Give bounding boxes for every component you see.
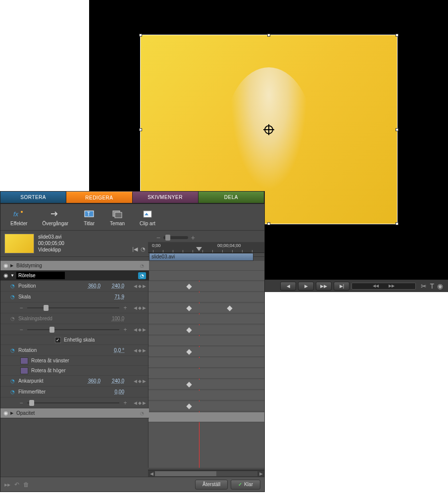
- expand-icon[interactable]: ▶: [10, 411, 16, 415]
- themes-button[interactable]: Teman: [110, 209, 125, 226]
- add-kf-icon[interactable]: ◆: [138, 327, 142, 332]
- keyframe-toggle-icon[interactable]: ◔: [10, 378, 18, 384]
- uniform-scale-checkbox[interactable]: ✓: [55, 337, 61, 343]
- anchor-x-value[interactable]: 360,0: [81, 378, 100, 384]
- stopwatch-icon[interactable]: ◔: [138, 272, 146, 279]
- resize-handle-tl[interactable]: [139, 34, 142, 37]
- position-y-value[interactable]: 240,0: [104, 283, 124, 289]
- minus-icon[interactable]: −: [18, 304, 24, 311]
- next-kf-icon[interactable]: ▶: [143, 305, 146, 310]
- resize-handle-br[interactable]: [396, 222, 398, 225]
- section-rorelse[interactable]: ◉ ▼ Rörelse ◔: [0, 271, 149, 281]
- tab-dela[interactable]: DELA: [199, 192, 264, 203]
- zoom-out-icon[interactable]: −: [156, 234, 160, 242]
- next-kf-icon[interactable]: ▶: [143, 400, 146, 405]
- transitions-button[interactable]: Övergångar: [42, 209, 68, 226]
- minus-icon[interactable]: −: [18, 399, 24, 406]
- shuttle-slider[interactable]: ◀◀▶▶: [351, 283, 416, 290]
- flimmer-slider[interactable]: [27, 402, 119, 403]
- undo-icon[interactable]: ↶: [14, 481, 19, 488]
- keyframe-toggle-icon[interactable]: ◔: [10, 389, 18, 395]
- timeline-clip-bar[interactable]: slide03.avi: [149, 253, 253, 261]
- section-bildstyrning[interactable]: ◉ ▶ Bildstyrning ◔: [0, 261, 149, 271]
- done-button[interactable]: ✓Klar: [231, 480, 260, 490]
- scroll-right-icon[interactable]: ▶: [257, 470, 264, 477]
- stopwatch-icon[interactable]: ◔: [138, 410, 146, 417]
- stopwatch-icon[interactable]: ◔: [141, 246, 146, 252]
- skalningsbredd-slider[interactable]: [27, 329, 119, 330]
- camera-icon[interactable]: ◉: [437, 282, 443, 290]
- resize-handle-ml[interactable]: [139, 128, 142, 131]
- prev-kf-icon[interactable]: ◀: [134, 284, 137, 289]
- tab-sortera[interactable]: SORTERA: [0, 192, 66, 203]
- add-kf-icon[interactable]: ◆: [138, 284, 142, 289]
- flimmer-value[interactable]: 0,00: [104, 389, 124, 395]
- step-button[interactable]: ▶|: [334, 282, 349, 291]
- timeline-keyframe-area[interactable]: [148, 261, 264, 468]
- plus-icon[interactable]: +: [122, 304, 128, 311]
- timeline-scrollbar[interactable]: ◀ ▶: [148, 470, 264, 477]
- graph-icon[interactable]: ▸▸: [4, 481, 10, 488]
- tab-skivmenyer[interactable]: SKIVMENYER: [133, 192, 199, 203]
- section-label: Bildstyrning: [16, 263, 42, 268]
- effects-button[interactable]: fx Effekter: [10, 209, 27, 226]
- expand-icon[interactable]: ▶: [10, 263, 16, 268]
- next-kf-icon[interactable]: ▶: [143, 284, 146, 289]
- section-opacitet[interactable]: ◉ ▶ Opacitet ◔: [0, 408, 149, 418]
- eye-icon[interactable]: ◉: [3, 272, 10, 279]
- zoom-in-icon[interactable]: +: [191, 234, 195, 242]
- clipart-button[interactable]: Clip art: [140, 209, 155, 226]
- next-kf-icon[interactable]: ▶: [143, 348, 146, 353]
- rotation-value[interactable]: 0,0 °: [104, 347, 124, 353]
- next-kf-icon[interactable]: ▶: [143, 327, 146, 332]
- trash-icon[interactable]: 🗑: [23, 481, 29, 488]
- timeline-ruler[interactable]: 0;00 00;00;04;00: [148, 242, 264, 253]
- zoom-slider[interactable]: [163, 236, 188, 239]
- minus-icon[interactable]: −: [18, 326, 24, 333]
- resize-handle-tm[interactable]: [267, 34, 270, 37]
- resize-handle-mr[interactable]: [396, 128, 398, 131]
- prev-button[interactable]: ◀: [280, 282, 296, 291]
- keyframe-toggle-icon[interactable]: ◔: [10, 316, 18, 321]
- keyframe-toggle-icon[interactable]: ◔: [10, 347, 18, 353]
- prev-kf-icon[interactable]: ◀: [134, 305, 137, 310]
- skala-slider[interactable]: [27, 307, 119, 308]
- keyframe-toggle-icon[interactable]: ◔: [10, 283, 18, 289]
- effects-label: Effekter: [10, 221, 27, 226]
- clip-thumbnail[interactable]: [4, 234, 34, 253]
- text-tool-icon[interactable]: T: [430, 282, 434, 290]
- plus-icon[interactable]: +: [122, 399, 128, 406]
- rotate-left-row[interactable]: Rotera åt vänster: [0, 356, 149, 366]
- tab-redigera[interactable]: REDIGERA: [66, 192, 132, 203]
- anchor-y-value[interactable]: 240,0: [104, 378, 124, 384]
- next-button[interactable]: ▶▶: [316, 282, 332, 291]
- plus-icon[interactable]: +: [122, 326, 128, 333]
- keyframe-toggle-icon[interactable]: ◔: [10, 294, 18, 299]
- scissors-icon[interactable]: ✂: [421, 282, 427, 290]
- prev-kf-icon[interactable]: ◀: [134, 379, 137, 384]
- prev-kf-icon[interactable]: ◀: [134, 400, 137, 405]
- position-x-value[interactable]: 360,0: [81, 283, 100, 289]
- titles-button[interactable]: T Titlar: [83, 209, 95, 226]
- skalningsbredd-value[interactable]: 100,0: [104, 316, 124, 321]
- goto-prev-icon[interactable]: |◀: [132, 246, 138, 252]
- add-kf-icon[interactable]: ◆: [138, 379, 142, 384]
- play-button[interactable]: ▶: [298, 282, 314, 291]
- resize-handle-bm[interactable]: [267, 222, 270, 225]
- add-kf-icon[interactable]: ◆: [138, 400, 142, 405]
- resize-handle-tr[interactable]: [396, 34, 398, 37]
- scroll-left-icon[interactable]: ◀: [148, 470, 155, 477]
- prev-kf-icon[interactable]: ◀: [134, 327, 137, 332]
- eye-icon[interactable]: ◉: [3, 410, 10, 416]
- eye-icon[interactable]: ◉: [3, 262, 10, 269]
- add-kf-icon[interactable]: ◆: [138, 305, 142, 310]
- next-kf-icon[interactable]: ▶: [143, 379, 146, 384]
- rotate-right-row[interactable]: Rotera åt höger: [0, 366, 149, 376]
- reset-button[interactable]: Återställ: [195, 480, 228, 490]
- anchor-point-icon[interactable]: [264, 125, 273, 134]
- prev-kf-icon[interactable]: ◀: [134, 348, 137, 353]
- stopwatch-icon[interactable]: ◔: [138, 262, 146, 269]
- add-kf-icon[interactable]: ◆: [138, 348, 142, 353]
- collapse-icon[interactable]: ▼: [10, 273, 16, 278]
- skala-value[interactable]: 71,9: [104, 294, 124, 299]
